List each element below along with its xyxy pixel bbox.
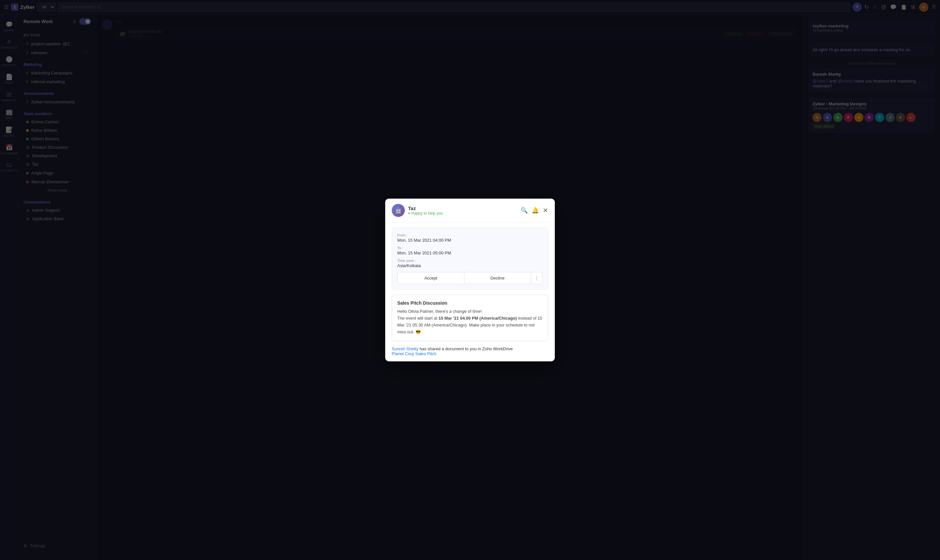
sales-body-line1: The event will start at [397, 316, 438, 321]
event-from-label: From : [397, 233, 543, 237]
modal-close-button[interactable]: ✕ [543, 206, 548, 214]
bot-name: Taz [408, 206, 443, 211]
event-actions: Accept Decline ⋮ [397, 272, 543, 284]
workdrive-section: Suresh Shetty has shared a document to y… [392, 346, 548, 356]
event-decline-button[interactable]: Decline [465, 272, 531, 284]
event-card: From : Mon, 15 Mar 2021 04:00 PM To : Mo… [392, 228, 548, 289]
sales-body-bold: 15 Mar '21 04.00 PM (America/Chicago) [438, 316, 517, 321]
event-to-field: To : Mon, 15 Mar 2021 05:00 PM [397, 246, 543, 255]
workdrive-doc-link[interactable]: Planet Corp Sales Pitch [392, 351, 436, 356]
bot-status: Happy to help you [408, 211, 443, 215]
modal-overlay[interactable]: 🤖 Taz Happy to help you 🔍 🔔 ✕ From : Mon… [0, 0, 940, 560]
taz-modal: 🤖 Taz Happy to help you 🔍 🔔 ✕ From : Mon… [385, 198, 555, 361]
event-from-value: Mon, 15 Mar 2021 04:00 PM [397, 238, 543, 243]
modal-bot-info: 🤖 Taz Happy to help you [392, 204, 443, 217]
modal-header: 🤖 Taz Happy to help you 🔍 🔔 ✕ [385, 198, 555, 222]
event-timezone-label: Time zone : [397, 258, 543, 263]
modal-actions: 🔍 🔔 ✕ [520, 206, 548, 214]
modal-body: From : Mon, 15 Mar 2021 04:00 PM To : Mo… [385, 222, 555, 361]
event-to-value: Mon, 15 Mar 2021 05:00 PM [397, 251, 543, 255]
event-accept-button[interactable]: Accept [397, 272, 465, 284]
sales-pitch-title: Sales Pitch Discussion [397, 300, 543, 306]
bot-avatar: 🤖 [392, 204, 405, 217]
sales-pitch-body: Hello Olivia Palmer, there's a change of… [397, 308, 543, 335]
workdrive-intro-text: has shared a document to you in Zoho Wor… [420, 346, 513, 351]
bot-info-text: Taz Happy to help you [408, 206, 443, 215]
event-timezone-value: Asia/Kolkata [397, 263, 543, 268]
event-from-field: From : Mon, 15 Mar 2021 04:00 PM [397, 233, 543, 243]
workdrive-sender[interactable]: Suresh Shetty [392, 346, 418, 351]
sales-pitch-card: Sales Pitch Discussion Hello Olivia Palm… [392, 295, 548, 341]
modal-bell-button[interactable]: 🔔 [532, 207, 539, 214]
event-timezone-field: Time zone : Asia/Kolkata [397, 258, 543, 268]
modal-search-button[interactable]: 🔍 [520, 207, 528, 214]
event-more-button[interactable]: ⋮ [531, 272, 543, 284]
event-to-label: To : [397, 246, 543, 250]
sales-body-intro: Hello Olivia Palmer, there's a change of… [397, 309, 482, 314]
